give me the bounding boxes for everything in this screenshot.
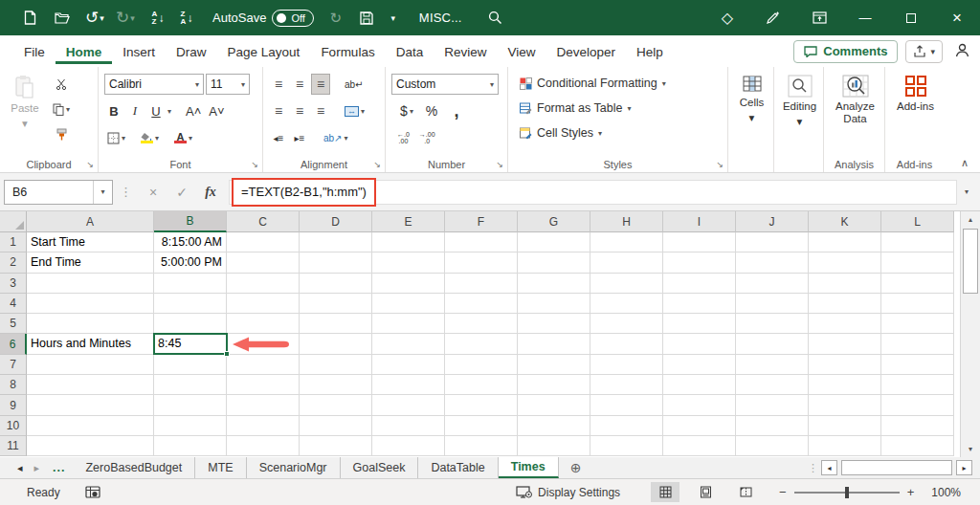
formula-bar-handle[interactable]: ⋮ <box>113 185 139 199</box>
column-header-G[interactable]: G <box>518 211 590 232</box>
cell-A4[interactable] <box>27 294 154 314</box>
cell-D3[interactable] <box>300 274 372 294</box>
cell-E7[interactable] <box>372 355 445 375</box>
cut-button[interactable] <box>50 74 73 95</box>
autosave-control[interactable]: AutoSave Off <box>212 10 314 27</box>
cell-I3[interactable] <box>663 274 736 294</box>
tab-file[interactable]: File <box>13 38 56 64</box>
bold-button[interactable]: B <box>104 100 123 121</box>
hscroll-right-icon[interactable]: ▸ <box>956 460 972 475</box>
align-left-button[interactable]: ≡ <box>269 100 288 121</box>
cell-L10[interactable] <box>881 416 954 436</box>
new-file-icon[interactable] <box>17 6 42 31</box>
new-sheet-button[interactable]: ⊕ <box>559 457 593 478</box>
comments-button[interactable]: Comments <box>793 40 898 63</box>
bottom-align-button[interactable]: ≡ <box>311 74 330 95</box>
minimize-button[interactable]: — <box>842 0 888 35</box>
tab-home[interactable]: Home <box>56 38 113 64</box>
cell-D5[interactable] <box>300 314 372 334</box>
premium-gem-icon[interactable]: ◇ <box>704 0 750 35</box>
cell-H7[interactable] <box>590 355 663 375</box>
cell-K6[interactable] <box>809 334 881 354</box>
cell-J4[interactable] <box>736 294 809 314</box>
open-folder-icon[interactable] <box>50 6 75 31</box>
row-header-6[interactable]: 6 <box>0 334 27 354</box>
cell-G8[interactable] <box>518 375 590 395</box>
cell-G1[interactable] <box>518 232 590 252</box>
wrap-text-button[interactable]: ab↵ <box>342 74 367 95</box>
page-break-preview-button[interactable] <box>731 482 760 502</box>
cell-F10[interactable] <box>445 416 518 436</box>
cell-F5[interactable] <box>445 314 518 334</box>
cell-B9[interactable] <box>154 395 227 415</box>
tab-data[interactable]: Data <box>386 38 434 64</box>
cell-C4[interactable] <box>227 294 300 314</box>
center-button[interactable]: ≡ <box>290 100 309 121</box>
cell-H3[interactable] <box>590 274 663 294</box>
cell-K10[interactable] <box>809 416 881 436</box>
conditional-formatting-button[interactable]: Conditional Formatting ▾ <box>520 71 724 96</box>
save-dropdown-icon[interactable]: ▾ <box>381 6 406 31</box>
cell-F1[interactable] <box>445 232 518 252</box>
undo-chevron-icon[interactable]: ▾ <box>100 13 104 23</box>
cell-L3[interactable] <box>881 274 954 294</box>
cell-L11[interactable] <box>881 436 954 456</box>
sheet-tab-mte[interactable]: MTE <box>195 457 246 478</box>
merge-center-button[interactable]: ↔ ▾ <box>342 100 368 121</box>
decrease-decimal-button[interactable]: →.00.0 <box>419 131 435 145</box>
font-family-combo[interactable]: Calibri▾ <box>104 74 204 95</box>
cell-B7[interactable] <box>154 355 227 375</box>
cell-C1[interactable] <box>227 232 300 252</box>
sheet-tab-zerobasedbudget[interactable]: ZeroBasedBudget <box>73 457 195 478</box>
cell-A2[interactable]: End Time <box>27 252 154 273</box>
column-header-B[interactable]: B <box>154 211 227 232</box>
column-header-J[interactable]: J <box>736 211 809 232</box>
cell-L9[interactable] <box>881 395 954 415</box>
cell-L4[interactable] <box>881 294 954 314</box>
cell-C7[interactable] <box>227 355 300 375</box>
cell-H2[interactable] <box>590 252 663 273</box>
cell-I11[interactable] <box>663 436 736 456</box>
cell-K9[interactable] <box>809 395 881 415</box>
cell-C9[interactable] <box>227 395 300 415</box>
borders-button[interactable]: ▾ <box>104 127 128 148</box>
cell-E4[interactable] <box>372 294 445 314</box>
ribbon-display-options-icon[interactable] <box>796 0 842 35</box>
cell-D8[interactable] <box>300 375 372 395</box>
scroll-down-icon[interactable]: ▾ <box>961 441 980 457</box>
macro-record-icon[interactable] <box>85 486 100 498</box>
editing-button[interactable]: Editing ▾ <box>780 71 819 128</box>
cell-H4[interactable] <box>590 294 663 314</box>
cell-J5[interactable] <box>736 314 809 334</box>
row-header-7[interactable]: 7 <box>0 355 27 375</box>
tab-draw[interactable]: Draw <box>166 38 217 64</box>
row-header-11[interactable]: 11 <box>0 436 27 456</box>
cell-B1[interactable]: 8:15:00 AM <box>154 232 227 252</box>
sheet-nav-left-icon[interactable]: ◂ <box>11 457 29 478</box>
zoom-slider-thumb[interactable] <box>845 487 849 498</box>
column-header-I[interactable]: I <box>663 211 736 232</box>
cell-K3[interactable] <box>809 274 881 294</box>
cell-L1[interactable] <box>881 232 954 252</box>
cell-L5[interactable] <box>881 314 954 334</box>
cell-G9[interactable] <box>518 395 590 415</box>
cell-L2[interactable] <box>881 252 954 273</box>
orientation-button[interactable]: ab↗▾ <box>321 127 351 148</box>
cell-I1[interactable] <box>663 232 736 252</box>
fill-color-button[interactable]: ▾ <box>138 127 162 148</box>
cell-I7[interactable] <box>663 355 736 375</box>
cell-B3[interactable] <box>154 274 227 294</box>
cell-A5[interactable] <box>27 314 154 334</box>
cell-A1[interactable]: Start Time <box>27 232 154 252</box>
increase-decimal-button[interactable]: ←.0.00 <box>397 131 410 145</box>
cell-C10[interactable] <box>227 416 300 436</box>
zoom-out-button[interactable]: − <box>779 485 787 499</box>
formula-text[interactable]: =TEXT(B2-B1,"h:mm") <box>241 185 367 199</box>
cell-D7[interactable] <box>300 355 372 375</box>
row-header-1[interactable]: 1 <box>0 232 27 252</box>
cell-H11[interactable] <box>590 436 663 456</box>
column-header-H[interactable]: H <box>590 211 663 232</box>
accounting-format-button[interactable]: $▾ <box>397 100 416 121</box>
cell-L7[interactable] <box>881 355 954 375</box>
analyze-data-button[interactable]: Analyze Data <box>830 71 880 125</box>
